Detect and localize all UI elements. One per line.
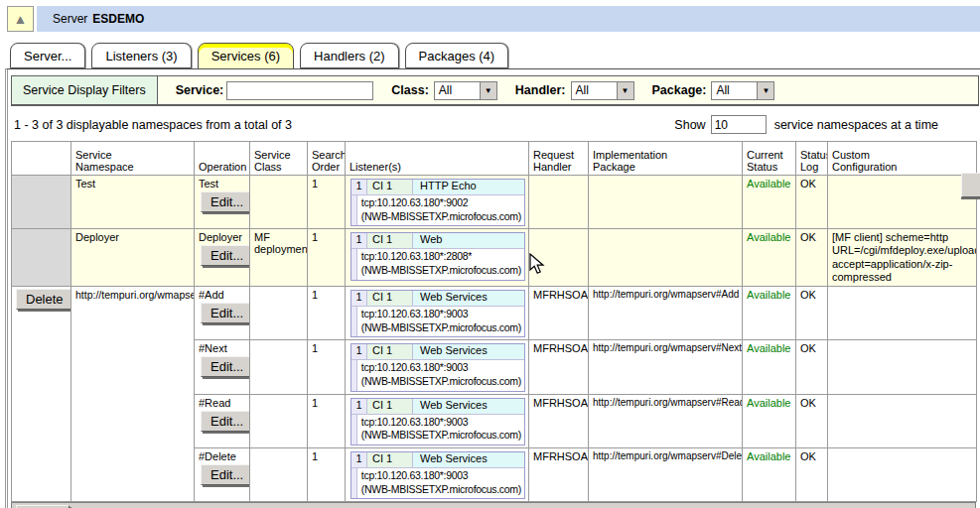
tab-listeners[interactable]: Listeners (3) [91,43,191,68]
service-class-cell [250,394,308,447]
service-class-cell [250,340,308,394]
collapse-section-button[interactable]: ▲ [7,6,34,32]
request-handler-cell [529,229,589,287]
listener-name[interactable]: CI 1 [367,399,413,414]
listener-endpoint: tcp:10.120.63.180*:2808* [361,250,521,264]
operation-cell: #Read Edit... [195,394,250,447]
listener-address: tcp:10.120.63.180*:9003 (NWB-MBISSETXP.m… [357,415,524,444]
status-cell: Available [743,447,796,501]
refresh-button-partial[interactable] [961,173,980,197]
listener-name[interactable]: CI 1 [367,291,413,306]
listener-name[interactable]: CI 1 [367,344,413,359]
namespace-count-summary: 1 - 3 of 3 displayable namespaces from a… [14,118,292,132]
edit-button[interactable]: Edit... [201,191,250,212]
custom-config-cell [828,176,977,229]
status-cell: Available [743,229,796,287]
operation-name: #Read [199,397,245,409]
operation-cell: #Next Edit... [195,340,250,394]
edit-button[interactable]: Edit... [201,411,250,432]
edit-button[interactable]: Edit... [201,356,250,377]
edit-button[interactable]: Edit... [201,303,250,323]
operation-name: Deployer [199,231,245,243]
listener-index: 1 [351,180,367,194]
handler-filter-value: All [572,83,617,97]
show-count-input[interactable] [711,115,767,134]
col-current-status: Current Status [743,142,796,176]
listeners-cell: 1 CI 1 Web Services tcp:10.120.63.180*:9… [346,340,529,394]
listener-endpoint: tcp:10.120.63.180*:9002 [361,196,521,210]
listener-name[interactable]: CI 1 [367,180,413,194]
listener-index: 1 [351,291,367,306]
add-button[interactable]: Add... [16,505,70,508]
listener-type: Web Services [413,399,524,414]
status-log-cell: OK [796,447,828,501]
col-custom-configuration: Custom Configuration [828,142,977,176]
class-filter-label: Class: [391,83,429,97]
server-label: Server [53,12,87,26]
tab-server[interactable]: Server... [10,43,85,68]
service-filter-input[interactable] [226,81,373,100]
request-handler-cell: MFRHSOAP [529,447,589,501]
edit-button[interactable]: Edit... [201,464,250,485]
col-search-order: Search Order [308,142,346,176]
package-filter-select[interactable]: All ▼ [711,81,774,100]
search-order-cell: 1 [308,447,346,501]
tab-services[interactable]: Services (6) [198,43,294,69]
col-request-handler: Request Handler [529,142,589,176]
col-service-class: Service Class [250,142,308,176]
listeners-cell: 1 CI 1 HTTP Echo tcp:10.120.63.180*:9002… [346,176,529,229]
tab-packages[interactable]: Packages (4) [405,43,509,68]
delete-button[interactable]: Delete [16,289,71,310]
status-cell: Available [743,176,796,229]
listener-index: 1 [351,452,367,467]
dropdown-arrow-icon[interactable]: ▼ [757,82,773,99]
listener-endpoint: tcp:10.120.63.180*:9003 [361,308,521,321]
service-class-cell: MF deployment [250,229,308,287]
listeners-cell: 1 CI 1 Web Services tcp:10.120.63.180*:9… [346,447,529,501]
custom-config-cell [828,394,977,447]
edit-button[interactable]: Edit... [201,245,250,266]
table-header-row: Service Namespace Operation Service Clas… [12,142,977,176]
listener-type: Web [413,233,524,248]
handler-filter-label: Handler: [515,83,566,97]
listener-host: (NWB-MBISSETXP.microfocus.com) [361,321,521,335]
col-operation: Operation [195,142,250,176]
implementation-cell: http://tempuri.org/wmapserv#Delete [589,447,743,501]
listener-type: Web Services [413,452,524,467]
request-handler-cell: MFRHSOAP [529,340,589,394]
col-status-log: Status Log [796,142,828,176]
service-class-cell [250,447,308,501]
search-order-cell: 1 [308,229,346,287]
implementation-cell [589,176,743,229]
status-log-cell: OK [796,287,828,340]
listener-address: tcp:10.120.63.180*:2808* (NWB-MBISSETXP.… [357,249,524,279]
operation-name: #Delete [199,450,245,462]
operation-cell: Test Edit... [195,176,250,229]
class-filter-value: All [435,83,480,97]
server-title-bar: ▲ Server ESDEMO [7,6,980,32]
listener-host: (NWB-MBISSETXP.microfocus.com) [361,264,521,278]
namespace-cell: Test [71,176,195,229]
table-row: Delete http://tempuri.org/wmapserv #Add … [12,287,977,340]
status-log-cell: OK [796,340,828,394]
listener-box: 1 CI 1 Web Services tcp:10.120.63.180*:9… [350,290,525,337]
col-rowhead [12,142,71,176]
listener-index: 1 [351,233,367,248]
listener-host: (NWB-MBISSETXP.microfocus.com) [361,210,521,224]
listener-box: 1 CI 1 HTTP Echo tcp:10.120.63.180*:9002… [350,179,525,226]
dropdown-arrow-icon[interactable]: ▼ [480,82,496,99]
listeners-cell: 1 CI 1 Web Services tcp:10.120.63.180*:9… [346,287,529,340]
tab-handlers[interactable]: Handlers (2) [300,43,399,68]
listener-address: tcp:10.120.63.180*:9003 (NWB-MBISSETXP.m… [357,360,524,390]
listener-name[interactable]: CI 1 [367,452,413,467]
services-table: Service Namespace Operation Service Clas… [11,141,977,502]
add-service-band: Add... [11,502,976,508]
show-label: Show [674,118,705,132]
operation-name: #Next [199,342,245,354]
class-filter-select[interactable]: All ▼ [434,81,497,100]
listener-name[interactable]: CI 1 [367,233,413,248]
listeners-cell: 1 CI 1 Web tcp:10.120.63.180*:2808* (NWB… [346,229,529,287]
handler-filter-select[interactable]: All ▼ [571,81,634,100]
package-filter-value: All [712,83,757,97]
dropdown-arrow-icon[interactable]: ▼ [617,82,633,99]
